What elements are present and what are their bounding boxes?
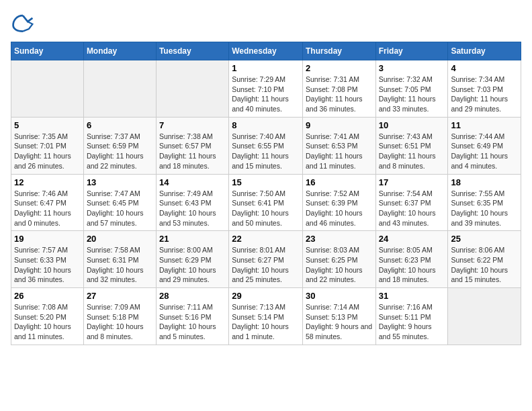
day-number: 24: [379, 234, 445, 244]
day-info: Sunrise: 7:29 AMSunset: 7:10 PMDaylight:…: [232, 75, 300, 114]
day-number: 19: [14, 234, 81, 244]
calendar-cell: 29Sunrise: 7:13 AMSunset: 5:14 PMDayligh…: [229, 288, 303, 345]
calendar-table: SundayMondayTuesdayWednesdayThursdayFrid…: [11, 42, 521, 345]
calendar-cell: 20Sunrise: 7:58 AMSunset: 6:31 PMDayligh…: [83, 231, 156, 288]
day-number: 4: [451, 63, 518, 73]
day-info: Sunrise: 7:50 AMSunset: 6:41 PMDaylight:…: [232, 189, 300, 228]
day-info: Sunrise: 7:58 AMSunset: 6:31 PMDaylight:…: [87, 245, 153, 285]
day-number: 8: [232, 120, 300, 130]
day-number: 31: [379, 291, 445, 301]
day-info: Sunrise: 7:40 AMSunset: 6:55 PMDaylight:…: [232, 132, 300, 171]
logo: [11, 11, 38, 35]
day-info: Sunrise: 7:32 AMSunset: 7:05 PMDaylight:…: [379, 75, 445, 114]
calendar-cell: 13Sunrise: 7:47 AMSunset: 6:45 PMDayligh…: [83, 174, 156, 231]
header-sunday: Sunday: [11, 42, 84, 60]
day-number: 27: [87, 291, 153, 301]
header-thursday: Thursday: [302, 42, 375, 60]
day-info: Sunrise: 7:08 AMSunset: 5:20 PMDaylight:…: [14, 302, 81, 342]
day-info: Sunrise: 7:13 AMSunset: 5:14 PMDaylight:…: [232, 302, 300, 342]
day-number: 1: [232, 63, 300, 73]
calendar-cell: 28Sunrise: 7:11 AMSunset: 5:16 PMDayligh…: [156, 288, 228, 345]
calendar-cell: 22Sunrise: 8:01 AMSunset: 6:27 PMDayligh…: [229, 231, 303, 288]
header-saturday: Saturday: [448, 42, 521, 60]
day-info: Sunrise: 7:16 AMSunset: 5:11 PMDaylight:…: [379, 302, 445, 342]
day-info: Sunrise: 7:52 AMSunset: 6:39 PMDaylight:…: [306, 189, 373, 228]
day-info: Sunrise: 8:00 AMSunset: 6:29 PMDaylight:…: [159, 245, 226, 285]
day-info: Sunrise: 7:47 AMSunset: 6:45 PMDaylight:…: [87, 189, 153, 228]
day-info: Sunrise: 7:46 AMSunset: 6:47 PMDaylight:…: [14, 189, 81, 228]
calendar-cell: 6Sunrise: 7:37 AMSunset: 6:59 PMDaylight…: [83, 117, 156, 174]
day-info: Sunrise: 7:14 AMSunset: 5:13 PMDaylight:…: [306, 302, 373, 342]
header-wednesday: Wednesday: [229, 42, 303, 60]
calendar-cell: 3Sunrise: 7:32 AMSunset: 7:05 PMDaylight…: [375, 60, 448, 118]
calendar-header-row: SundayMondayTuesdayWednesdayThursdayFrid…: [11, 42, 521, 60]
day-info: Sunrise: 7:43 AMSunset: 6:51 PMDaylight:…: [379, 132, 445, 171]
calendar-cell: [448, 288, 521, 345]
calendar-cell: 30Sunrise: 7:14 AMSunset: 5:13 PMDayligh…: [302, 288, 375, 345]
page-header: [11, 11, 521, 35]
calendar-cell: 16Sunrise: 7:52 AMSunset: 6:39 PMDayligh…: [302, 174, 375, 231]
day-info: Sunrise: 7:44 AMSunset: 6:49 PMDaylight:…: [451, 132, 518, 171]
calendar-week-row: 26Sunrise: 7:08 AMSunset: 5:20 PMDayligh…: [11, 288, 521, 345]
calendar-cell: [11, 60, 84, 118]
day-number: 28: [159, 291, 226, 301]
calendar-cell: 17Sunrise: 7:54 AMSunset: 6:37 PMDayligh…: [375, 174, 448, 231]
day-info: Sunrise: 8:06 AMSunset: 6:22 PMDaylight:…: [451, 245, 518, 285]
calendar-week-row: 19Sunrise: 7:57 AMSunset: 6:33 PMDayligh…: [11, 231, 521, 288]
day-number: 2: [306, 63, 373, 73]
calendar-cell: 12Sunrise: 7:46 AMSunset: 6:47 PMDayligh…: [11, 174, 84, 231]
calendar-cell: 8Sunrise: 7:40 AMSunset: 6:55 PMDaylight…: [229, 117, 303, 174]
calendar-cell: 1Sunrise: 7:29 AMSunset: 7:10 PMDaylight…: [229, 60, 303, 118]
day-info: Sunrise: 7:31 AMSunset: 7:08 PMDaylight:…: [306, 75, 373, 114]
header-monday: Monday: [83, 42, 156, 60]
day-number: 5: [14, 120, 81, 130]
day-number: 9: [306, 120, 373, 130]
calendar-cell: [83, 60, 156, 118]
day-info: Sunrise: 7:11 AMSunset: 5:16 PMDaylight:…: [159, 302, 226, 342]
day-number: 18: [451, 177, 518, 187]
calendar-cell: 4Sunrise: 7:34 AMSunset: 7:03 PMDaylight…: [448, 60, 521, 118]
header-friday: Friday: [375, 42, 448, 60]
day-number: 10: [379, 120, 445, 130]
day-number: 25: [451, 234, 518, 244]
day-number: 20: [87, 234, 153, 244]
day-number: 11: [451, 120, 518, 130]
calendar-cell: 7Sunrise: 7:38 AMSunset: 6:57 PMDaylight…: [156, 117, 228, 174]
day-number: 3: [379, 63, 445, 73]
day-info: Sunrise: 8:03 AMSunset: 6:25 PMDaylight:…: [306, 245, 373, 285]
calendar-cell: 19Sunrise: 7:57 AMSunset: 6:33 PMDayligh…: [11, 231, 84, 288]
day-number: 29: [232, 291, 300, 301]
day-info: Sunrise: 7:54 AMSunset: 6:37 PMDaylight:…: [379, 189, 445, 228]
calendar-cell: 11Sunrise: 7:44 AMSunset: 6:49 PMDayligh…: [448, 117, 521, 174]
calendar-cell: 5Sunrise: 7:35 AMSunset: 7:01 PMDaylight…: [11, 117, 84, 174]
day-info: Sunrise: 7:41 AMSunset: 6:53 PMDaylight:…: [306, 132, 373, 171]
day-number: 23: [306, 234, 373, 244]
calendar-cell: 15Sunrise: 7:50 AMSunset: 6:41 PMDayligh…: [229, 174, 303, 231]
day-info: Sunrise: 7:35 AMSunset: 7:01 PMDaylight:…: [14, 132, 81, 171]
calendar-cell: 27Sunrise: 7:09 AMSunset: 5:18 PMDayligh…: [83, 288, 156, 345]
day-info: Sunrise: 7:34 AMSunset: 7:03 PMDaylight:…: [451, 75, 518, 114]
calendar-week-row: 1Sunrise: 7:29 AMSunset: 7:10 PMDaylight…: [11, 60, 521, 118]
day-info: Sunrise: 8:05 AMSunset: 6:23 PMDaylight:…: [379, 245, 445, 285]
day-info: Sunrise: 7:55 AMSunset: 6:35 PMDaylight:…: [451, 189, 518, 228]
day-number: 26: [14, 291, 81, 301]
logo-icon: [11, 11, 35, 35]
day-info: Sunrise: 7:57 AMSunset: 6:33 PMDaylight:…: [14, 245, 81, 285]
calendar-week-row: 12Sunrise: 7:46 AMSunset: 6:47 PMDayligh…: [11, 174, 521, 231]
calendar-cell: 25Sunrise: 8:06 AMSunset: 6:22 PMDayligh…: [448, 231, 521, 288]
calendar-cell: 26Sunrise: 7:08 AMSunset: 5:20 PMDayligh…: [11, 288, 84, 345]
day-number: 15: [232, 177, 300, 187]
calendar-week-row: 5Sunrise: 7:35 AMSunset: 7:01 PMDaylight…: [11, 117, 521, 174]
day-number: 30: [306, 291, 373, 301]
day-number: 13: [87, 177, 153, 187]
calendar-cell: 2Sunrise: 7:31 AMSunset: 7:08 PMDaylight…: [302, 60, 375, 118]
calendar-cell: 31Sunrise: 7:16 AMSunset: 5:11 PMDayligh…: [375, 288, 448, 345]
calendar-cell: 9Sunrise: 7:41 AMSunset: 6:53 PMDaylight…: [302, 117, 375, 174]
day-info: Sunrise: 8:01 AMSunset: 6:27 PMDaylight:…: [232, 245, 300, 285]
day-number: 22: [232, 234, 300, 244]
calendar-cell: 24Sunrise: 8:05 AMSunset: 6:23 PMDayligh…: [375, 231, 448, 288]
calendar-cell: 23Sunrise: 8:03 AMSunset: 6:25 PMDayligh…: [302, 231, 375, 288]
calendar-cell: 21Sunrise: 8:00 AMSunset: 6:29 PMDayligh…: [156, 231, 228, 288]
day-number: 6: [87, 120, 153, 130]
day-info: Sunrise: 7:09 AMSunset: 5:18 PMDaylight:…: [87, 302, 153, 342]
